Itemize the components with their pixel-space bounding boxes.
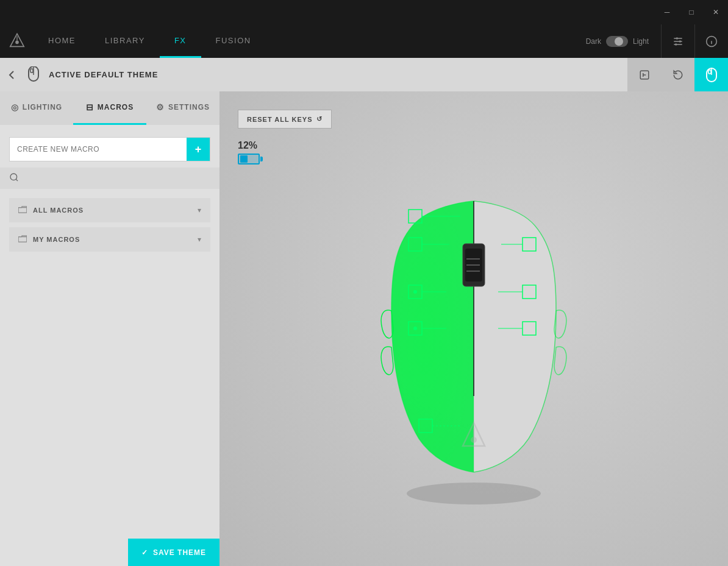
svg-rect-14 [30, 69, 33, 73]
nav-items: HOME LIBRARY FX FUSION [34, 24, 574, 58]
battery-section: 12% [238, 140, 263, 164]
svg-point-31 [471, 437, 477, 443]
svg-point-6 [676, 37, 678, 39]
save-btn-label: SAVE THEME [153, 548, 206, 557]
left-panel: ◎ LIGHTING ⊟ MACROS ⚙ SETTINGS + [0, 91, 219, 566]
sub-header: ACTIVE DEFAULT THEME [0, 58, 728, 91]
my-macros-chevron-icon: ▾ [198, 235, 201, 244]
reset-icon [673, 69, 683, 80]
all-macros-folder-icon [18, 205, 27, 215]
mouse-small-icon [27, 66, 40, 83]
nav-item-fusion[interactable]: FUSION [201, 24, 266, 58]
svg-point-23 [407, 483, 541, 504]
all-macros-chevron-icon: ▾ [198, 206, 201, 214]
nav-bar: HOME LIBRARY FX FUSION Dark Light [0, 24, 728, 58]
sub-header-sync-button[interactable] [627, 58, 661, 91]
mouse-diagram [327, 152, 620, 518]
toggle-thumb [615, 37, 623, 46]
tab-settings[interactable]: ⚙ SETTINGS [146, 91, 219, 125]
tabs-row: ◎ LIGHTING ⊟ MACROS ⚙ SETTINGS [0, 91, 219, 125]
theme-toggle[interactable]: Dark Light [574, 36, 661, 47]
all-macros-left: ALL MACROS [18, 205, 84, 215]
toggle-track[interactable] [606, 36, 628, 47]
nav-info-button[interactable] [694, 24, 728, 58]
nav-item-fx[interactable]: FX [160, 24, 201, 58]
light-label: Light [633, 37, 649, 46]
create-macro-row: + [9, 137, 210, 161]
info-icon [705, 35, 718, 48]
save-theme-button[interactable]: ✓ SAVE THEME [128, 539, 219, 566]
lighting-tab-label: LIGHTING [23, 103, 62, 111]
svg-point-36 [413, 290, 417, 294]
close-button[interactable]: ✕ [704, 0, 728, 24]
my-macros-folder-icon [18, 235, 27, 244]
back-icon [7, 70, 17, 80]
svg-line-22 [16, 179, 18, 181]
macro-list: ALL MACROS ▾ MY MACROS ▾ [0, 189, 219, 261]
search-icon [9, 172, 19, 184]
app-logo [0, 24, 34, 58]
my-macros-left: MY MACROS [18, 235, 80, 244]
maximize-button[interactable]: □ [679, 0, 704, 24]
sub-header-title: ACTIVE DEFAULT THEME [49, 70, 158, 79]
all-macros-label: ALL MACROS [33, 207, 84, 214]
svg-rect-20 [708, 70, 711, 74]
battery-percent: 12% [238, 140, 263, 151]
create-macro-button[interactable]: + [187, 138, 210, 161]
settings-tab-icon: ⚙ [156, 102, 165, 112]
device-icon [24, 58, 43, 91]
svg-point-8 [675, 43, 677, 45]
macros-tab-label: MACROS [98, 103, 134, 111]
battery-icon [238, 154, 263, 164]
dark-label: Dark [586, 37, 601, 46]
all-macros-folder[interactable]: ALL MACROS ▾ [9, 198, 210, 222]
sub-header-reset-button[interactable] [661, 58, 694, 91]
my-macros-folder[interactable]: MY MACROS ▾ [9, 227, 210, 252]
battery-fill [240, 155, 248, 163]
battery-body [238, 154, 260, 164]
alienware-logo-icon [9, 33, 26, 50]
svg-point-1 [15, 40, 19, 44]
macros-tab-icon: ⊟ [86, 102, 94, 112]
tab-lighting[interactable]: ◎ LIGHTING [0, 91, 73, 125]
mouse-area: RESET ALL KEYS ↺ 12% [219, 91, 728, 566]
svg-point-39 [413, 327, 417, 330]
title-bar-controls: ─ □ ✕ [655, 0, 728, 24]
sub-header-right [627, 58, 728, 91]
nav-item-home[interactable]: HOME [34, 24, 90, 58]
my-macros-label: MY MACROS [33, 236, 80, 243]
save-check-icon: ✓ [141, 548, 148, 557]
create-macro-input[interactable] [10, 139, 187, 160]
reset-all-keys-icon: ↺ [316, 115, 323, 123]
svg-point-7 [679, 40, 681, 42]
reset-all-keys-button[interactable]: RESET ALL KEYS ↺ [238, 110, 332, 129]
title-bar: ─ □ ✕ [0, 0, 728, 24]
mouse-view-icon [706, 68, 717, 82]
svg-point-21 [10, 174, 17, 180]
main-content: RESET ALL KEYS ↺ 12% [219, 91, 728, 566]
mouse-svg-container [327, 152, 620, 530]
nav-settings-button[interactable] [661, 24, 694, 58]
sub-header-mouse-button[interactable] [694, 58, 728, 91]
back-button[interactable] [0, 58, 24, 91]
equalizer-icon [672, 35, 684, 48]
tab-macros[interactable]: ⊟ MACROS [73, 91, 146, 125]
settings-tab-label: SETTINGS [168, 103, 210, 111]
nav-item-library[interactable]: LIBRARY [90, 24, 160, 58]
minimize-button[interactable]: ─ [655, 0, 679, 24]
sync-icon [639, 69, 650, 80]
search-row[interactable] [0, 168, 219, 189]
reset-all-keys-label: RESET ALL KEYS [247, 116, 313, 123]
lighting-tab-icon: ◎ [11, 102, 19, 112]
battery-tip [260, 157, 263, 161]
